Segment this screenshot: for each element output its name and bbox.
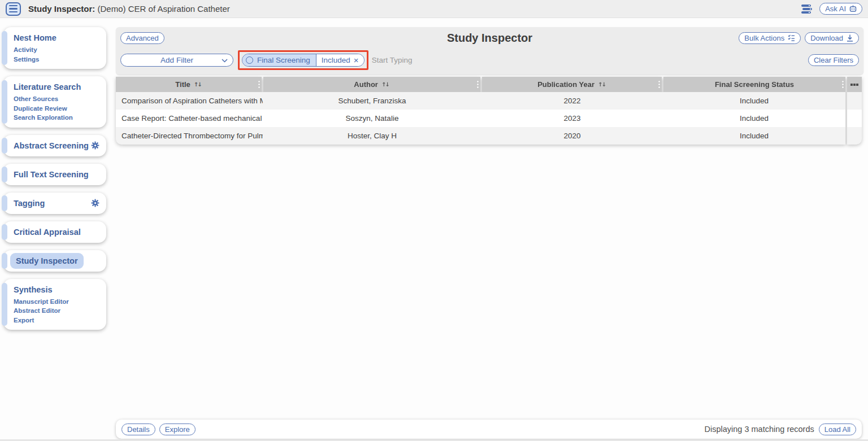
cell-year: 2022 [481, 97, 663, 105]
ask-ai-label: Ask AI [825, 5, 846, 13]
cell-title: Comparison of Aspiration Catheters with … [116, 97, 263, 105]
sidebar-card-synthesis: Synthesis Manuscript Editor Abstract Edi… [3, 279, 106, 330]
column-header-author[interactable]: Author ↑↓ [263, 77, 480, 92]
bulk-actions-button[interactable]: Bulk Actions [739, 32, 801, 44]
column-resize-handle[interactable] [477, 80, 479, 89]
column-options-button[interactable] [847, 77, 862, 92]
records-count-text: Displaying 3 matching records [705, 425, 814, 434]
sidebar-item-literature-search[interactable]: Literature Search [14, 81, 99, 93]
filter-circle-icon[interactable] [246, 56, 253, 64]
window-title-project: (Demo) CER of Aspiration Catheter [95, 4, 229, 14]
details-label: Details [127, 425, 150, 434]
explore-button[interactable]: Explore [159, 423, 196, 435]
gear-icon[interactable] [91, 141, 99, 150]
chevron-down-icon [222, 59, 228, 63]
column-label: Publication Year [537, 80, 594, 89]
stacked-bars-icon[interactable] [800, 3, 813, 15]
download-button[interactable]: Download [805, 32, 859, 44]
sidebar-item-settings[interactable]: Settings [14, 55, 99, 64]
sidebar-card-nest-home: Nest Home Activity Settings [3, 27, 106, 69]
main-content: Advanced Study Inspector Bulk Actions Do [116, 27, 863, 145]
table-header-row: Title ↑↓ Author ↑↓ Publication Year ↑↓ F… [116, 77, 863, 92]
table-row[interactable]: Catheter-Directed Thrombectomy for Pulmo… [116, 127, 863, 145]
add-filter-dropdown[interactable]: Add Filter [120, 54, 233, 67]
column-label: Final Screening Status [715, 80, 794, 89]
sidebar-card-full-text-screening: Full Text Screening [3, 164, 106, 185]
window-title-app: Study Inspector: [28, 4, 95, 14]
sidebar-card-critical-appraisal: Critical Appraisal [3, 221, 106, 243]
column-resize-handle[interactable] [258, 80, 260, 89]
column-resize-handle[interactable] [842, 80, 844, 89]
hamburger-menu-icon[interactable] [6, 2, 21, 16]
ask-ai-button[interactable]: Ask AI [819, 3, 862, 15]
cell-status: Included [663, 114, 845, 123]
toolbar-panel: Advanced Study Inspector Bulk Actions Do [116, 27, 863, 75]
column-resize-handle[interactable] [658, 80, 660, 89]
clear-filters-label: Clear Filters [814, 56, 853, 64]
column-header-title[interactable]: Title ↑↓ [116, 77, 262, 92]
cell-title: Catheter-Directed Thrombectomy for Pulmo… [116, 132, 263, 140]
sidebar-card-literature-search: Literature Search Other Sources Duplicat… [3, 76, 106, 128]
row-end-spacer [847, 110, 862, 127]
advanced-label: Advanced [126, 34, 159, 42]
footer-bar: Details Explore Displaying 3 matching re… [116, 420, 862, 439]
gear-icon[interactable] [91, 199, 99, 207]
filter-search-input[interactable] [372, 56, 808, 64]
sidebar-item-tagging[interactable]: Tagging [14, 198, 45, 209]
cell-author: Soszyn, Natalie [263, 114, 481, 123]
add-filter-label: Add Filter [160, 56, 193, 64]
download-label: Download [810, 34, 843, 42]
advanced-button[interactable]: Advanced [120, 32, 164, 44]
cell-status: Included [663, 132, 845, 140]
download-icon [847, 34, 853, 42]
cell-title: Case Report: Catheter-based mechanical t… [116, 114, 263, 123]
studies-table: Title ↑↓ Author ↑↓ Publication Year ↑↓ F… [116, 77, 863, 145]
clear-filters-button[interactable]: Clear Filters [808, 54, 859, 66]
sidebar-item-abstract-screening[interactable]: Abstract Screening [14, 140, 89, 151]
column-header-publication-year[interactable]: Publication Year ↑↓ [482, 77, 662, 92]
sidebar-item-full-text-screening[interactable]: Full Text Screening [14, 169, 89, 180]
cell-status: Included [663, 97, 845, 105]
filter-chip-field: Final Screening [257, 56, 310, 64]
filter-chip-final-screening[interactable]: Final Screening Included × [242, 54, 364, 67]
column-label: Author [354, 80, 378, 89]
cell-year: 2023 [481, 114, 663, 123]
sort-icon: ↑↓ [598, 81, 606, 88]
window-title: Study Inspector: (Demo) CER of Aspiratio… [28, 4, 230, 14]
sidebar-item-manuscript-editor[interactable]: Manuscript Editor [14, 297, 99, 307]
sidebar-item-export[interactable]: Export [14, 316, 99, 325]
column-header-final-screening-status[interactable]: Final Screening Status [663, 77, 845, 92]
robot-icon [849, 5, 857, 12]
sidebar-card-abstract-screening: Abstract Screening [3, 135, 106, 156]
load-all-button[interactable]: Load All [819, 423, 856, 435]
column-label: Title [175, 80, 190, 89]
sidebar-item-nest-home[interactable]: Nest Home [14, 32, 99, 43]
sidebar-item-activity[interactable]: Activity [14, 45, 99, 55]
bulk-actions-label: Bulk Actions [744, 34, 784, 42]
sidebar-item-study-inspector-selected[interactable]: Study Inspector [10, 253, 84, 269]
top-bar: Study Inspector: (Demo) CER of Aspiratio… [0, 0, 868, 18]
sidebar: Nest Home Activity Settings Literature S… [0, 27, 112, 337]
table-row[interactable]: Case Report: Catheter-based mechanical t… [116, 110, 863, 127]
sidebar-item-search-exploration[interactable]: Search Exploration [14, 113, 99, 123]
table-row[interactable]: Comparison of Aspiration Catheters with … [116, 92, 863, 110]
checklist-icon [788, 34, 795, 41]
red-annotation-highlight: Final Screening Included × [238, 50, 368, 70]
remove-filter-icon[interactable]: × [354, 56, 359, 64]
sort-icon: ↑↓ [381, 81, 390, 88]
details-button[interactable]: Details [121, 423, 155, 435]
cell-year: 2020 [481, 132, 663, 140]
row-end-spacer [847, 92, 862, 110]
sidebar-card-tagging: Tagging [3, 193, 106, 214]
sidebar-item-critical-appraisal[interactable]: Critical Appraisal [14, 226, 81, 238]
sort-icon: ↑↓ [194, 81, 202, 88]
sidebar-item-duplicate-review[interactable]: Duplicate Review [14, 104, 99, 113]
explore-label: Explore [165, 425, 190, 434]
sidebar-item-other-sources[interactable]: Other Sources [14, 94, 99, 104]
more-options-icon [850, 84, 858, 85]
sidebar-item-abstract-editor[interactable]: Abstract Editor [14, 306, 99, 316]
load-all-label: Load All [824, 425, 850, 434]
sidebar-item-synthesis[interactable]: Synthesis [14, 284, 99, 295]
cell-author: Hoster, Clay H [263, 132, 481, 140]
filter-chip-value: Included [322, 56, 350, 64]
